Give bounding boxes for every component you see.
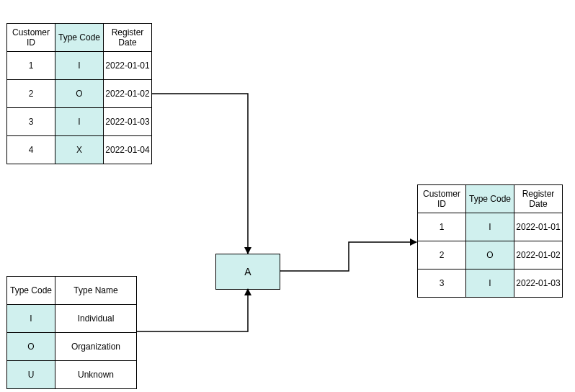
cell: I [55, 52, 104, 80]
col-header: Register Date [104, 24, 152, 52]
cell: Unknown [55, 361, 137, 389]
col-header: Customer ID [418, 185, 466, 213]
col-header: Type Code [7, 277, 55, 305]
cell: U [7, 361, 55, 389]
cell: I [466, 213, 514, 241]
cell: 2022-01-04 [104, 136, 152, 164]
cell: 2022-01-03 [104, 108, 152, 136]
col-header: Type Code [466, 185, 514, 213]
cell: 2022-01-02 [104, 80, 152, 108]
cell: 3 [7, 108, 55, 136]
cell: 3 [418, 270, 466, 298]
cell: X [55, 136, 104, 164]
operation-box-a: A [215, 254, 280, 290]
cell: O [7, 333, 55, 361]
operation-label: A [244, 266, 251, 277]
cell: 2022-01-01 [514, 213, 563, 241]
cell: 2022-01-02 [514, 241, 563, 270]
cell: I [55, 108, 104, 136]
cell: 1 [7, 52, 55, 80]
col-header: Customer ID [7, 24, 55, 52]
cell: 2022-01-01 [104, 52, 152, 80]
cell: Organization [55, 333, 137, 361]
cell: O [466, 241, 514, 270]
cell: I [7, 305, 55, 333]
customer-table-input: Customer ID Type Code Register Date 1 I … [6, 23, 152, 164]
cell: 4 [7, 136, 55, 164]
col-header: Register Date [514, 185, 563, 213]
cell: O [55, 80, 104, 108]
customer-table-output: Customer ID Type Code Register Date 1 I … [417, 184, 563, 298]
cell: 2 [7, 80, 55, 108]
cell: I [466, 270, 514, 298]
cell: 2022-01-03 [514, 270, 563, 298]
type-lookup-table: Type Code Type Name I Individual O Organ… [6, 276, 137, 389]
col-header: Type Code [55, 24, 104, 52]
cell: 2 [418, 241, 466, 270]
cell: 1 [418, 213, 466, 241]
cell: Individual [55, 305, 137, 333]
col-header: Type Name [55, 277, 137, 305]
